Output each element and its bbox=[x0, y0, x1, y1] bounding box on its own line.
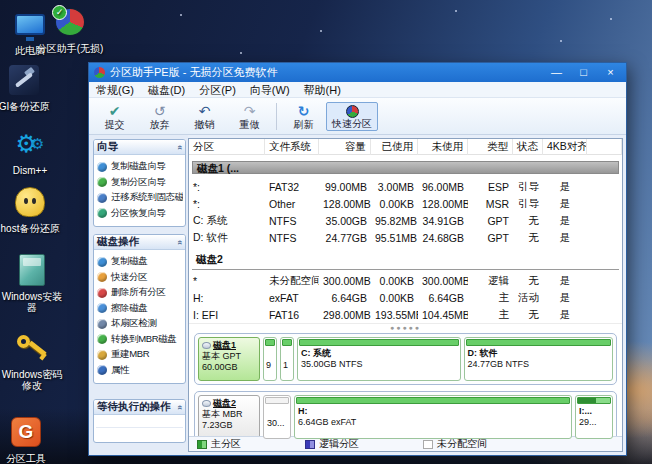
software-box-icon bbox=[0, 252, 64, 288]
copy-disk-icon bbox=[97, 257, 107, 267]
cell-type: 主 bbox=[468, 308, 513, 322]
disk1-row: 磁盘1 基本 GPT 60.00GB 9 1 bbox=[194, 333, 617, 385]
disk1-block-esp[interactable]: 9 bbox=[263, 337, 277, 381]
cell-used: 95.51MB bbox=[371, 232, 418, 244]
wizard-panel: 向导 « 复制磁盘向导 复制分区向导 bbox=[93, 139, 186, 227]
table-row-esp[interactable]: *: FAT32 99.00MB 3.00MB 96.00MB ESP 引导 是 bbox=[189, 178, 622, 195]
desktop-icon-windows-installer[interactable]: Windows安装器 bbox=[0, 252, 64, 313]
pending-operations-title: 等待执行的操作 bbox=[97, 400, 171, 414]
cell-partition: *: bbox=[189, 198, 265, 210]
disk1-group-header[interactable]: 磁盘1 (... bbox=[192, 161, 619, 174]
sidebar-item-partition-recovery-wizard[interactable]: 分区恢复向导 bbox=[97, 206, 183, 222]
key-icon bbox=[0, 330, 64, 366]
disk1-block-c[interactable]: C: 系统 35.00GB NTFS bbox=[297, 337, 461, 381]
menu-help[interactable]: 帮助(H) bbox=[297, 82, 348, 98]
sidebar-item-label: 转换到MBR磁盘 bbox=[111, 333, 176, 346]
menu-general[interactable]: 常规(G) bbox=[89, 82, 141, 98]
close-button[interactable]: × bbox=[597, 64, 624, 81]
desktop-icon-ghost-backup[interactable]: host备份还原 bbox=[0, 184, 62, 234]
legend-primary-partition: 主分区 bbox=[197, 437, 241, 451]
discard-icon: ↺ bbox=[154, 103, 166, 119]
disk2-label-panel[interactable]: 磁盘2 基本 MBR 7.23GB bbox=[198, 395, 260, 439]
sidebar-item-copy-partition-wizard[interactable]: 复制分区向导 bbox=[97, 175, 183, 191]
sidebar-item-label: 擦除磁盘 bbox=[111, 302, 147, 315]
table-row-msr[interactable]: *: Other 128.00MB 0.00KB 128.00MB MSR 引导… bbox=[189, 195, 622, 212]
block-label: H: bbox=[298, 406, 568, 417]
wizard-panel-header[interactable]: 向导 « bbox=[94, 140, 185, 155]
desktop-icon-dism[interactable]: ⚙⚙ Dism++ bbox=[0, 126, 66, 176]
menu-disk[interactable]: 磁盘(D) bbox=[141, 82, 192, 98]
minimize-button[interactable]: — bbox=[543, 64, 570, 81]
disk1-block-msr[interactable]: 1 bbox=[280, 337, 294, 381]
disk1-block-d[interactable]: D: 软件 24.77GB NTFS bbox=[464, 337, 613, 381]
collapse-chevron-icon[interactable]: « bbox=[175, 144, 184, 149]
collapse-chevron-icon[interactable]: « bbox=[175, 239, 184, 244]
disk-icon bbox=[202, 400, 211, 407]
quick-partition-icon bbox=[97, 272, 107, 282]
cell-unused: 34.91GB bbox=[418, 215, 468, 227]
cell-filesystem: NTFS bbox=[265, 232, 319, 244]
cell-type: GPT bbox=[468, 215, 513, 227]
legend-label: 逻辑分区 bbox=[319, 437, 359, 451]
ghost-icon bbox=[0, 184, 62, 220]
table-row-i-efi[interactable]: I: EFI FAT16 298.00MB 193.55MB 104.45MB … bbox=[189, 306, 622, 323]
title-bar[interactable]: 分区助手PE版 - 无损分区免费软件 — □ × bbox=[89, 63, 626, 82]
sidebar-item-bad-sector-test[interactable]: 坏扇区检测 bbox=[97, 316, 183, 332]
disk2-block-h[interactable]: H: 6.64GB exFAT bbox=[294, 395, 572, 439]
col-partition: 分区 bbox=[189, 139, 265, 155]
disk-operations-title: 磁盘操作 bbox=[97, 235, 139, 249]
table-row-h[interactable]: H: exFAT 6.64GB 0.00KB 6.64GB 主 活动 是 bbox=[189, 289, 622, 306]
table-row-unallocated[interactable]: * 未分配空间 300.00MB 0.00KB 300.00MB 逻辑 无 是 bbox=[189, 272, 622, 289]
toolbar-label: 提交 bbox=[105, 119, 125, 130]
partition-fill-bar-partial bbox=[577, 397, 611, 404]
col-type: 类型 bbox=[468, 139, 513, 155]
col-4kb-aligned: 4KB对齐 bbox=[543, 139, 587, 155]
pending-operations-header[interactable]: 等待执行的操作 « bbox=[94, 400, 185, 415]
sidebar-item-rebuild-mbr[interactable]: 重建MBR bbox=[97, 347, 183, 363]
refresh-button[interactable]: ↻ 刷新 bbox=[281, 103, 326, 130]
disk-operations-header[interactable]: 磁盘操作 « bbox=[94, 235, 185, 250]
sidebar-item-quick-partition[interactable]: 快速分区 bbox=[97, 270, 183, 286]
sidebar-item-migrate-os-to-ssd[interactable]: 迁移系统到固态磁盘 bbox=[97, 190, 183, 206]
sidebar-item-copy-disk[interactable]: 复制磁盘 bbox=[97, 254, 183, 270]
unallocated-swatch-icon bbox=[423, 440, 433, 449]
cell-status: 无 bbox=[513, 274, 543, 288]
menu-partition[interactable]: 分区(P) bbox=[192, 82, 243, 98]
cell-type: GPT bbox=[468, 232, 513, 244]
disk2-block-i[interactable]: I:... 29... bbox=[575, 395, 613, 439]
sidebar-item-delete-all-partitions[interactable]: 删除所有分区 bbox=[97, 285, 183, 301]
cell-type: 主 bbox=[468, 291, 513, 305]
quick-partition-button[interactable]: 快速分区 bbox=[326, 102, 378, 131]
menu-wizard[interactable]: 向导(W) bbox=[243, 82, 297, 98]
splitter-handle[interactable]: ●●●●● bbox=[189, 323, 622, 332]
diskgenius-g-icon: G bbox=[0, 414, 58, 450]
legend-label: 未分配空间 bbox=[437, 437, 487, 451]
menu-bar: 常规(G) 磁盘(D) 分区(P) 向导(W) 帮助(H) bbox=[89, 82, 626, 98]
desktop-icon-windows-password[interactable]: Windows密码修改 bbox=[0, 330, 64, 391]
sidebar-item-copy-disk-wizard[interactable]: 复制磁盘向导 bbox=[97, 159, 183, 175]
legend-logical-partition: 逻辑分区 bbox=[305, 437, 359, 451]
undo-button[interactable]: ↶ 撤销 bbox=[182, 103, 227, 130]
desktop-icon-gi-backup[interactable]: GI备份还原 bbox=[0, 62, 60, 112]
cell-unused: 128.00MB bbox=[418, 198, 468, 210]
disk1-label-panel[interactable]: 磁盘1 基本 GPT 60.00GB bbox=[198, 337, 260, 381]
disk2-block-unallocated[interactable]: 30... bbox=[263, 395, 291, 439]
redo-button[interactable]: ↷ 重做 bbox=[227, 103, 272, 130]
disk2-group-header[interactable]: 磁盘2 bbox=[192, 253, 619, 270]
desktop-icon-partition-tools[interactable]: G 分区工具 bbox=[0, 414, 58, 464]
commit-button[interactable]: ✔ 提交 bbox=[92, 103, 137, 130]
sidebar-item-wipe-disk[interactable]: 擦除磁盘 bbox=[97, 301, 183, 317]
desktop-icon-partition-assistant[interactable]: 分区助手(无损) bbox=[36, 4, 104, 54]
toolbar-label: 重做 bbox=[240, 119, 260, 130]
table-row-c-system[interactable]: C: 系统 NTFS 35.00GB 95.82MB 34.91GB GPT 无… bbox=[189, 212, 622, 229]
cell-aligned: 是 bbox=[543, 231, 587, 245]
cell-filesystem: 未分配空间 bbox=[265, 274, 319, 288]
collapse-chevron-icon[interactable]: « bbox=[175, 404, 184, 409]
cell-aligned: 是 bbox=[543, 291, 587, 305]
maximize-button[interactable]: □ bbox=[570, 64, 597, 81]
table-row-d-software[interactable]: D: 软件 NTFS 24.77GB 95.51MB 24.68GB GPT 无… bbox=[189, 229, 622, 246]
cell-partition: D: 软件 bbox=[189, 231, 265, 245]
discard-button[interactable]: ↺ 放弃 bbox=[137, 103, 182, 130]
sidebar-item-convert-to-mbr[interactable]: 转换到MBR磁盘 bbox=[97, 332, 183, 348]
sidebar-item-properties[interactable]: 属性 bbox=[97, 363, 183, 379]
